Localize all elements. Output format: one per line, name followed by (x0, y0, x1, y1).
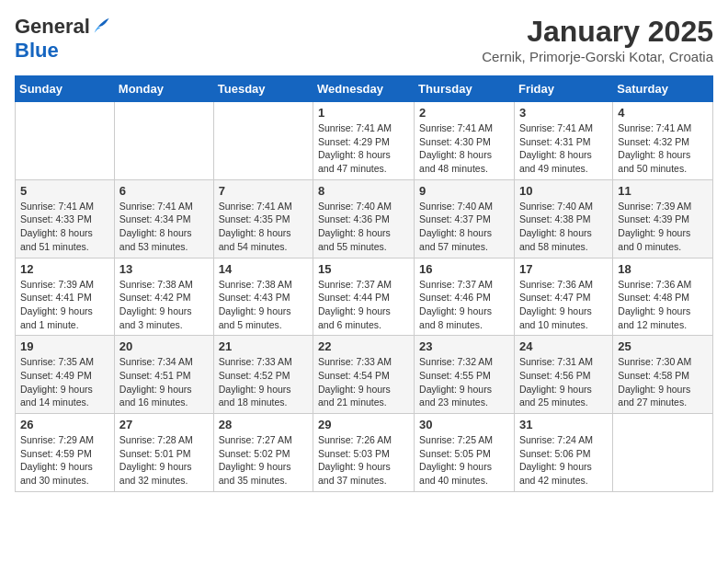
cell-content: Sunrise: 7:41 AMSunset: 4:31 PMDaylight:… (519, 121, 608, 176)
cell-text-line: Sunrise: 7:38 AM (119, 279, 193, 290)
calendar-cell: 30Sunrise: 7:25 AMSunset: 5:05 PMDayligh… (415, 414, 515, 492)
day-number: 4 (618, 106, 708, 120)
cell-text-line: Sunrise: 7:37 AM (419, 279, 493, 290)
day-number: 11 (618, 184, 708, 198)
calendar-cell: 24Sunrise: 7:31 AMSunset: 4:56 PMDayligh… (514, 336, 612, 414)
weekday-header: Monday (114, 76, 213, 102)
day-number: 16 (419, 262, 509, 276)
cell-text-line: Daylight: 8 hours and 57 minutes. (419, 227, 492, 252)
calendar-cell: 10Sunrise: 7:40 AMSunset: 4:38 PMDayligh… (514, 179, 612, 258)
calendar-cell: 27Sunrise: 7:28 AMSunset: 5:01 PMDayligh… (114, 414, 213, 492)
calendar-cell: 29Sunrise: 7:26 AMSunset: 5:03 PMDayligh… (313, 414, 415, 492)
day-number: 21 (219, 339, 308, 353)
cell-content: Sunrise: 7:41 AMSunset: 4:30 PMDaylight:… (419, 121, 509, 176)
calendar-header: SundayMondayTuesdayWednesdayThursdayFrid… (16, 76, 713, 102)
cell-text-line: Sunset: 4:49 PM (20, 370, 92, 381)
day-number: 15 (318, 262, 409, 276)
calendar-cell: 18Sunrise: 7:36 AMSunset: 4:48 PMDayligh… (613, 258, 713, 336)
cell-content: Sunrise: 7:29 AMSunset: 4:59 PMDaylight:… (20, 433, 109, 488)
calendar-table: SundayMondayTuesdayWednesdayThursdayFrid… (15, 75, 713, 492)
calendar-cell: 11Sunrise: 7:39 AMSunset: 4:39 PMDayligh… (613, 179, 713, 258)
title-area: January 2025 Cernik, Primorje-Gorski Kot… (482, 15, 713, 64)
cell-text-line: Sunrise: 7:35 AM (20, 356, 94, 367)
cell-text-line: Sunrise: 7:41 AM (419, 122, 493, 133)
cell-text-line: Daylight: 8 hours and 53 minutes. (119, 227, 192, 252)
cell-text-line: Sunrise: 7:25 AM (419, 434, 493, 445)
cell-text-line: Sunrise: 7:41 AM (119, 201, 193, 212)
cell-text-line: Sunset: 4:39 PM (618, 213, 689, 224)
cell-text-line: Sunrise: 7:41 AM (318, 122, 392, 133)
cell-text-line: Sunset: 4:34 PM (119, 213, 191, 224)
cell-text-line: Sunrise: 7:41 AM (219, 201, 292, 212)
cell-content: Sunrise: 7:40 AMSunset: 4:38 PMDaylight:… (519, 200, 608, 254)
cell-text-line: Sunrise: 7:31 AM (519, 356, 593, 367)
cell-text-line: Sunset: 4:58 PM (618, 370, 689, 381)
day-number: 24 (519, 339, 608, 353)
cell-text-line: Daylight: 9 hours and 30 minutes. (20, 461, 93, 486)
cell-content: Sunrise: 7:24 AMSunset: 5:06 PMDaylight:… (519, 433, 608, 488)
cell-content: Sunrise: 7:37 AMSunset: 4:46 PMDaylight:… (419, 278, 509, 332)
day-number: 20 (119, 339, 209, 353)
cell-content: Sunrise: 7:37 AMSunset: 4:44 PMDaylight:… (318, 278, 409, 332)
cell-text-line: Sunset: 4:47 PM (519, 292, 591, 303)
calendar-cell: 22Sunrise: 7:33 AMSunset: 4:54 PMDayligh… (313, 336, 415, 414)
calendar-cell: 1Sunrise: 7:41 AMSunset: 4:29 PMDaylight… (313, 102, 415, 180)
cell-text-line: Sunset: 4:54 PM (318, 370, 390, 381)
cell-text-line: Sunrise: 7:39 AM (618, 201, 691, 212)
cell-content: Sunrise: 7:41 AMSunset: 4:32 PMDaylight:… (618, 121, 708, 176)
weekday-header: Tuesday (213, 76, 313, 102)
cell-content: Sunrise: 7:36 AMSunset: 4:48 PMDaylight:… (618, 278, 708, 332)
cell-text-line: Sunset: 4:59 PM (20, 448, 92, 459)
day-number: 6 (119, 184, 209, 198)
weekday-header: Saturday (613, 76, 713, 102)
calendar-cell: 17Sunrise: 7:36 AMSunset: 4:47 PMDayligh… (514, 258, 612, 336)
calendar-cell: 16Sunrise: 7:37 AMSunset: 4:46 PMDayligh… (415, 258, 515, 336)
cell-content: Sunrise: 7:31 AMSunset: 4:56 PMDaylight:… (519, 355, 608, 409)
day-number: 17 (519, 262, 608, 276)
day-number: 7 (219, 184, 308, 198)
day-number: 13 (119, 262, 209, 276)
cell-text-line: Sunrise: 7:29 AM (20, 434, 94, 445)
day-number: 2 (419, 106, 509, 120)
cell-text-line: Daylight: 9 hours and 16 minutes. (119, 384, 192, 408)
cell-text-line: Sunset: 4:37 PM (419, 213, 491, 224)
cell-text-line: Daylight: 9 hours and 23 minutes. (419, 384, 492, 408)
cell-text-line: Sunrise: 7:28 AM (119, 434, 193, 445)
calendar-week-row: 19Sunrise: 7:35 AMSunset: 4:49 PMDayligh… (16, 336, 713, 414)
calendar-cell (213, 102, 313, 180)
cell-text-line: Sunrise: 7:41 AM (20, 201, 94, 212)
calendar-cell: 31Sunrise: 7:24 AMSunset: 5:06 PMDayligh… (514, 414, 612, 492)
cell-text-line: Daylight: 8 hours and 51 minutes. (20, 227, 93, 252)
cell-content: Sunrise: 7:34 AMSunset: 4:51 PMDaylight:… (119, 355, 209, 409)
page-header: General Blue January 2025 Cernik, Primor… (15, 15, 713, 64)
cell-text-line: Sunrise: 7:32 AM (419, 356, 493, 367)
calendar-cell: 8Sunrise: 7:40 AMSunset: 4:36 PMDaylight… (313, 179, 415, 258)
cell-text-line: Sunrise: 7:38 AM (219, 279, 292, 290)
cell-content: Sunrise: 7:35 AMSunset: 4:49 PMDaylight:… (20, 355, 109, 409)
cell-text-line: Sunrise: 7:24 AM (519, 434, 593, 445)
cell-content: Sunrise: 7:27 AMSunset: 5:02 PMDaylight:… (219, 433, 308, 488)
cell-content: Sunrise: 7:38 AMSunset: 4:42 PMDaylight:… (119, 278, 209, 332)
day-number: 30 (419, 418, 509, 431)
weekday-header: Sunday (16, 76, 115, 102)
logo: General Blue (15, 15, 110, 63)
calendar-cell: 26Sunrise: 7:29 AMSunset: 4:59 PMDayligh… (16, 414, 115, 492)
calendar-week-row: 1Sunrise: 7:41 AMSunset: 4:29 PMDaylight… (16, 102, 713, 180)
cell-text-line: Sunset: 4:43 PM (219, 292, 290, 303)
cell-content: Sunrise: 7:39 AMSunset: 4:41 PMDaylight:… (20, 278, 109, 332)
day-number: 3 (519, 106, 608, 120)
day-number: 28 (219, 418, 308, 431)
weekday-header: Wednesday (313, 76, 415, 102)
cell-text-line: Sunset: 4:48 PM (618, 292, 689, 303)
cell-text-line: Sunset: 4:30 PM (419, 136, 491, 147)
cell-content: Sunrise: 7:40 AMSunset: 4:36 PMDaylight:… (318, 200, 409, 254)
cell-text-line: Sunset: 4:38 PM (519, 213, 591, 224)
day-number: 23 (419, 339, 509, 353)
cell-text-line: Sunset: 4:35 PM (219, 213, 290, 224)
calendar-cell: 13Sunrise: 7:38 AMSunset: 4:42 PMDayligh… (114, 258, 213, 336)
calendar-cell: 14Sunrise: 7:38 AMSunset: 4:43 PMDayligh… (213, 258, 313, 336)
cell-text-line: Sunset: 5:02 PM (219, 448, 290, 459)
calendar-cell: 9Sunrise: 7:40 AMSunset: 4:37 PMDaylight… (415, 179, 515, 258)
cell-text-line: Daylight: 8 hours and 50 minutes. (618, 149, 690, 174)
cell-text-line: Sunset: 5:06 PM (519, 448, 591, 459)
